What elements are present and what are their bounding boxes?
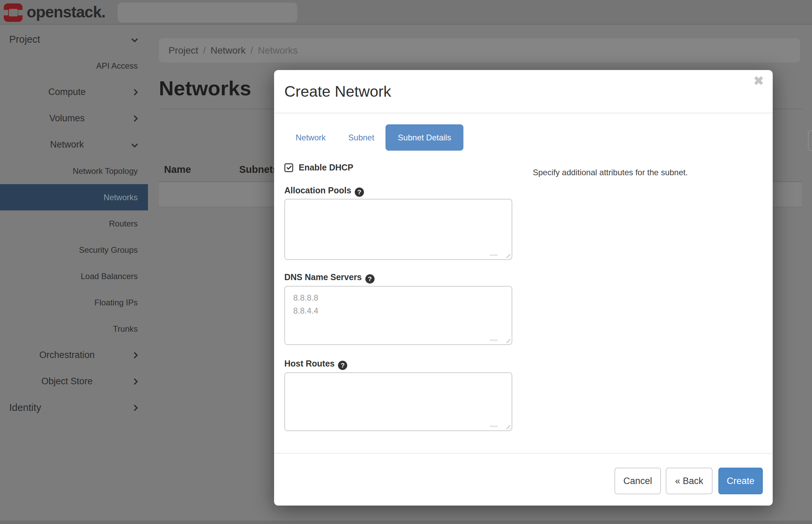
top-navbar: openstack. [0, 0, 812, 25]
create-button[interactable]: Create [718, 468, 763, 494]
sidebar-item-volumes[interactable]: Volumes [0, 105, 148, 132]
allocation-pools-field-wrap [284, 199, 512, 260]
modal-title: Create Network [284, 70, 391, 113]
chevron-down-icon [131, 36, 138, 42]
sidebar-item-api-access[interactable]: API Access [0, 53, 148, 79]
host-routes-label: Host Routes? [284, 359, 347, 370]
brand-wordmark: openstack. [27, 0, 105, 25]
sidebar-item-load-balancers[interactable]: Load Balancers [0, 263, 148, 289]
host-routes-input[interactable] [284, 372, 512, 431]
sidebar-item-orchestration[interactable]: Orchestration [0, 342, 148, 368]
sidebar-item-network-topology[interactable]: Network Topology [0, 158, 148, 184]
tab-network[interactable]: Network [284, 124, 337, 151]
table-header-name[interactable]: Name [164, 164, 191, 175]
breadcrumb-current: Networks [258, 45, 298, 56]
help-icon[interactable]: ? [355, 188, 364, 197]
allocation-pools-input[interactable] [284, 199, 512, 260]
sidebar-item-floating-ips[interactable]: Floating IPs [0, 289, 148, 316]
breadcrumb: Project/Network/Networks [159, 38, 800, 63]
modal-tabs: Network Subnet Subnet Details [284, 124, 463, 151]
close-icon[interactable]: ✖ [754, 75, 764, 87]
modal-header: Create Network ✖ [274, 70, 773, 113]
create-network-modal: Create Network ✖ Network Subnet Subnet D… [274, 70, 773, 506]
breadcrumb-separator: / [203, 45, 206, 56]
logo-slit-right [18, 10, 23, 15]
help-icon[interactable]: ? [338, 361, 347, 370]
back-button[interactable]: « Back [666, 468, 713, 494]
sidebar-item-network[interactable]: Network [0, 132, 148, 158]
sidebar-item-security-groups[interactable]: Security Groups [0, 237, 148, 263]
sidebar-item-networks[interactable]: Networks [0, 184, 148, 210]
window-bottom-edge [0, 521, 812, 524]
openstack-logo-icon [4, 3, 23, 22]
dns-name-servers-input[interactable]: 8.8.8.8 8.8.4.4 [284, 286, 512, 345]
subnet-details-description: Specify additional attributes for the su… [533, 168, 688, 177]
filter-input-sliver[interactable] [808, 130, 812, 151]
sidebar-nav: Project API Access Compute Volumes Netwo… [0, 25, 148, 524]
host-routes-field-wrap [284, 372, 512, 431]
breadcrumb-separator: / [251, 45, 253, 56]
logo-center-hole [9, 9, 18, 16]
sidebar-item-compute[interactable]: Compute [0, 79, 148, 105]
sidebar-item-routers[interactable]: Routers [0, 210, 148, 237]
breadcrumb-project[interactable]: Project [168, 45, 198, 56]
dns-name-servers-label: DNS Name Servers? [284, 272, 375, 284]
navbar-context-dropdown[interactable] [118, 3, 297, 23]
enable-dhcp-checkbox[interactable] [284, 163, 293, 172]
sidebar-item-project[interactable]: Project [0, 26, 148, 53]
cancel-button[interactable]: Cancel [614, 468, 661, 494]
tab-subnet-details[interactable]: Subnet Details [385, 124, 463, 151]
sidebar-item-object-store[interactable]: Object Store [0, 368, 148, 395]
sidebar-item-identity[interactable]: Identity [0, 395, 148, 421]
help-icon[interactable]: ? [365, 274, 375, 284]
page-title: Networks [159, 77, 251, 100]
enable-dhcp-label: Enable DHCP [299, 163, 353, 173]
breadcrumb-network[interactable]: Network [211, 45, 246, 56]
logo-slit-left [4, 10, 8, 15]
table-header-subnets[interactable]: Subnets [239, 164, 278, 175]
chevron-right-icon [131, 404, 138, 411]
tab-subnet[interactable]: Subnet [337, 124, 385, 151]
dns-name-servers-field-wrap: 8.8.8.8 8.8.4.4 [284, 286, 512, 345]
sidebar-item-trunks[interactable]: Trunks [0, 316, 148, 342]
modal-footer: Cancel « Back Create [274, 453, 773, 506]
allocation-pools-label: Allocation Pools? [284, 185, 364, 197]
checkmark-icon [286, 164, 292, 170]
